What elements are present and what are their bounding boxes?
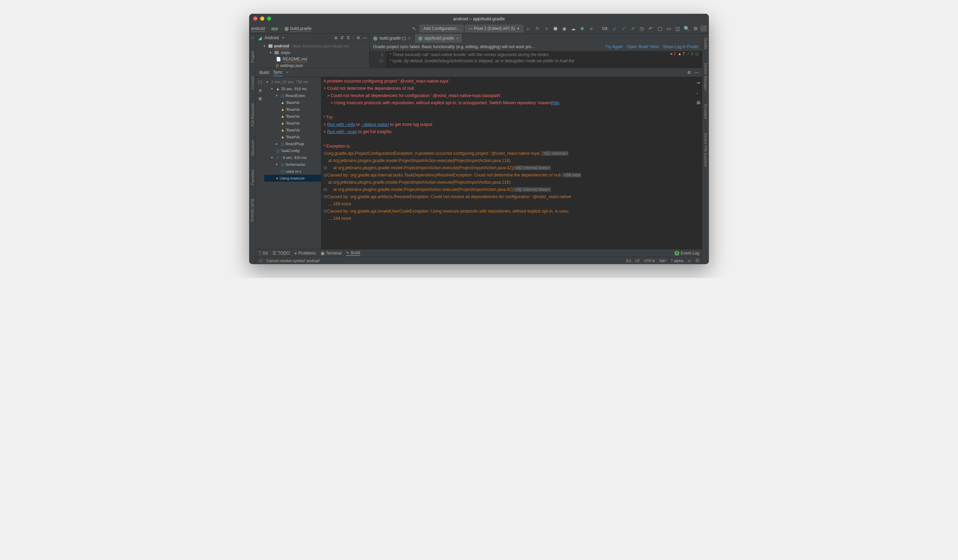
run-info-link[interactable]: Run with --info <box>327 122 355 127</box>
tab-build-gradle-root[interactable]: ⬤ build.gradle (:) ✕ <box>370 34 415 43</box>
profiler-icon[interactable]: ◉ <box>561 25 568 32</box>
close-tab-icon[interactable]: ✕ <box>286 71 289 74</box>
target-icon[interactable]: ⊕ <box>334 35 338 40</box>
pull-requests-toolwindow-tab[interactable]: Pull Requests <box>251 100 255 129</box>
react-plugin-node[interactable]: ▸◫ReactPlugi <box>264 140 321 147</box>
favorites-toolwindow-tab[interactable]: Favorites <box>251 167 255 188</box>
attach-debugger-icon[interactable]: ⬣ <box>552 25 559 32</box>
memory-indicator[interactable]: ☺ <box>688 259 691 263</box>
rerun-icon[interactable]: ↻ <box>534 25 541 32</box>
close-window-icon[interactable] <box>253 16 257 21</box>
debug-option-link[interactable]: --debug option <box>361 122 389 127</box>
code-content[interactable]: * These basically call `react-native bun… <box>386 51 702 68</box>
gear-icon[interactable]: ⚙ <box>687 70 691 75</box>
basevariant-warn[interactable]: ▲'BaseVa <box>264 106 321 113</box>
terminal-tab[interactable]: ▣Terminal <box>321 251 341 256</box>
gear-icon[interactable]: ⚙ <box>357 35 360 40</box>
expo-folder[interactable]: ▾ .expo <box>256 49 369 56</box>
breadcrumb-root[interactable]: android <box>251 26 265 31</box>
print-icon[interactable]: 🖶 <box>696 99 701 106</box>
history-icon[interactable]: ◷ <box>638 25 646 32</box>
breadcrumb[interactable]: android 〉 app 〉 ⬤ build.gradle <box>251 26 311 31</box>
error-badge[interactable]: ● 2 <box>670 52 676 56</box>
settings-file[interactable]: {} settings.json <box>256 62 369 68</box>
avd-manager-icon[interactable]: ▢ <box>656 25 663 32</box>
toolwindows-icon[interactable]: ▢ <box>259 258 262 263</box>
build-tree[interactable]: ▾1 min, 21 sec, 732 ms ▾▲25 sec, 916 ms … <box>264 77 321 182</box>
build-tab[interactable]: ↖Build <box>346 250 360 256</box>
view-icon[interactable]: ◉ <box>258 96 262 101</box>
caret-position[interactable]: 9:1 <box>626 259 631 263</box>
collapse-icon[interactable]: ⇅ <box>347 35 350 40</box>
run-icon[interactable]: ▶ <box>525 25 532 32</box>
build-node-ok[interactable]: ▾✓: 8 sec, 410 ms <box>264 154 321 161</box>
apply-changes-icon[interactable]: ≡ <box>542 25 550 32</box>
hammer-icon[interactable]: ↖ <box>411 25 418 32</box>
breadcrumb-file[interactable]: build.gradle <box>290 26 311 31</box>
project-panel-header[interactable]: ◢ Android ▼ ⊕ ⇵ ⇅ | ⚙ — <box>256 34 369 42</box>
emulator-toolwindow-tab[interactable]: Emulator <box>704 101 708 122</box>
insecure-error-node[interactable]: ●Using insecure <box>264 175 321 182</box>
build-node-warn[interactable]: ▾▲25 sec, 916 ms <box>264 85 321 92</box>
device-manager-toolwindow-tab[interactable]: Device Manager <box>704 60 708 93</box>
hide-icon[interactable]: — <box>363 35 367 40</box>
sdk-manager-icon[interactable]: ▭ <box>665 25 673 32</box>
soft-wrap-icon[interactable]: ⇥ <box>696 79 701 86</box>
feedback-icon[interactable]: ☹ <box>695 258 699 263</box>
gradle-toolwindow-tab[interactable]: Gradle <box>704 35 708 52</box>
tab-app-build-gradle[interactable]: ⬤ app/build.gradle ✕ <box>415 34 463 43</box>
maximize-window-icon[interactable] <box>267 16 271 21</box>
basevariant-warn[interactable]: ▲'BaseVa <box>264 99 321 106</box>
uses-info-node[interactable]: ⓘuses or c <box>264 168 321 175</box>
git-tab[interactable]: ᛘGit <box>259 251 268 256</box>
expand-icon[interactable]: ⇵ <box>340 35 344 40</box>
schema-json-node[interactable]: ▾◫SchemaJso <box>264 161 321 168</box>
todo-tab[interactable]: ☰TODO <box>273 251 289 256</box>
device-selector[interactable]: ▭ Pixel 2 (Edited) API 31 ▼ <box>465 25 523 32</box>
show-log-link[interactable]: Show Log in Finder <box>663 44 699 49</box>
try-again-link[interactable]: Try Again <box>605 44 622 49</box>
event-log-tab[interactable]: 2Event Log <box>674 251 699 256</box>
task-config-node[interactable]: ◫TaskConfig <box>264 147 321 154</box>
project-root[interactable]: ▾ android ~/Add_flow/mevris-client-plugi… <box>256 43 369 49</box>
git-pull-icon[interactable]: ↙ <box>611 25 619 32</box>
http-link[interactable]: http <box>552 100 560 105</box>
close-icon[interactable]: ✕ <box>456 36 459 40</box>
warning-badge[interactable]: ▲ 7 <box>678 52 685 56</box>
build-variants-toolwindow-tab[interactable]: Build Variants <box>251 196 255 225</box>
basevariant-warn[interactable]: ▲'BaseVa <box>264 113 321 120</box>
git-commit-icon[interactable]: ✓ <box>620 25 628 32</box>
scroll-to-end-icon[interactable]: ↓ <box>696 89 701 96</box>
add-configuration-button[interactable]: Add Configuration... <box>419 25 463 32</box>
bookmarks-icon[interactable]: ▭ <box>251 35 254 40</box>
search-icon[interactable]: 🔍 <box>683 25 690 32</box>
basevariant-warn[interactable]: ▲'BaseVa <box>264 120 321 127</box>
basevariant-warn[interactable]: ▲'BaseVa <box>264 127 321 133</box>
build-output[interactable]: ⇥ ↓ 🖶 A problem occurred configuring pro… <box>321 77 702 249</box>
close-icon[interactable]: ✕ <box>408 36 411 40</box>
editor-inspection-badges[interactable]: ● 2 ▲ 7 ✓ 3 ◫ <box>670 52 699 56</box>
react-extension-node[interactable]: ▾◫ReactExten <box>264 92 321 99</box>
minimize-window-icon[interactable] <box>260 16 264 21</box>
hide-icon[interactable]: — <box>695 70 699 75</box>
build-root[interactable]: ▾1 min, 21 sec, 732 ms <box>264 78 321 85</box>
pin-icon[interactable]: ◈ <box>259 87 262 93</box>
debug-icon[interactable]: ✱ <box>579 25 586 32</box>
basevariant-warn[interactable]: ▲'BaseVa <box>264 133 321 140</box>
coverage-icon[interactable]: ☁ <box>569 25 577 32</box>
resource-manager-icon[interactable]: ◫ <box>674 25 681 32</box>
git-branch[interactable]: ᛘ alpha <box>671 259 684 263</box>
run-scan-link[interactable]: Run with --scan <box>327 129 357 134</box>
restart-icon[interactable]: ◻ <box>258 79 262 85</box>
device-file-explorer-toolwindow-tab[interactable]: Device File Explorer <box>704 130 708 169</box>
line-separator[interactable]: LF <box>636 259 640 263</box>
indent-setting[interactable]: Tab* <box>659 259 666 263</box>
stop-icon[interactable]: ■ <box>587 25 595 32</box>
readme-file[interactable]: 📄 README.md <box>256 56 369 62</box>
file-encoding[interactable]: UTF-8 <box>644 259 655 263</box>
revert-icon[interactable]: ↶ <box>647 25 655 32</box>
problems-tab[interactable]: ●Problems <box>295 251 316 256</box>
breadcrumb-app[interactable]: app <box>271 26 278 31</box>
structure-toolwindow-tab[interactable]: Structure <box>251 138 255 158</box>
settings-icon[interactable]: ⚙ <box>692 25 699 32</box>
